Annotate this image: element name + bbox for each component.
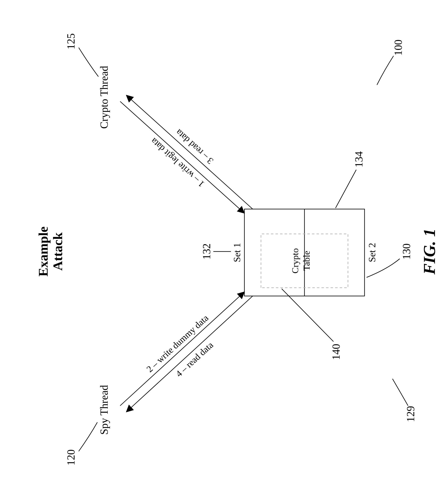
leader-set2 [335,170,356,208]
ref-set1: 132 [201,243,213,260]
leader-system [377,56,394,85]
crypto-thread-label: Crypto Thread [98,66,110,129]
spy-thread-label: Spy Thread [98,385,110,435]
rotated-canvas: Example Attack Spy Thread Crypto Thread … [0,0,448,503]
leader-spy [79,422,97,451]
ref-spy: 120 [65,449,77,466]
title-line2: Attack [50,232,65,270]
crypto-table-label-1: Crypto [290,248,300,273]
title-line1: Example [36,226,50,277]
leader-frame [393,379,408,406]
crypto-table-label-2: Table [301,251,312,271]
diagram-svg: Example Attack Spy Thread Crypto Thread … [0,0,448,503]
diagram-page: Example Attack Spy Thread Crypto Thread … [0,0,448,503]
ref-cache: 130 [400,243,412,260]
arrow-crypto-read [126,95,253,209]
ref-frame: 129 [405,406,416,422]
figure-label: FIG. 1 [420,229,438,275]
leader-crypto [79,47,98,77]
ref-system: 100 [392,40,404,56]
ref-set2: 134 [353,151,365,167]
leader-table [282,289,333,342]
set1-label: Set 1 [232,243,242,262]
set2-label: Set 2 [367,243,377,262]
arrow-spy-read [126,296,253,412]
arrow-spy-write [120,292,244,406]
ref-crypto: 125 [65,33,77,49]
arrow-crypto-write [120,101,244,213]
ref-table: 140 [330,344,342,360]
